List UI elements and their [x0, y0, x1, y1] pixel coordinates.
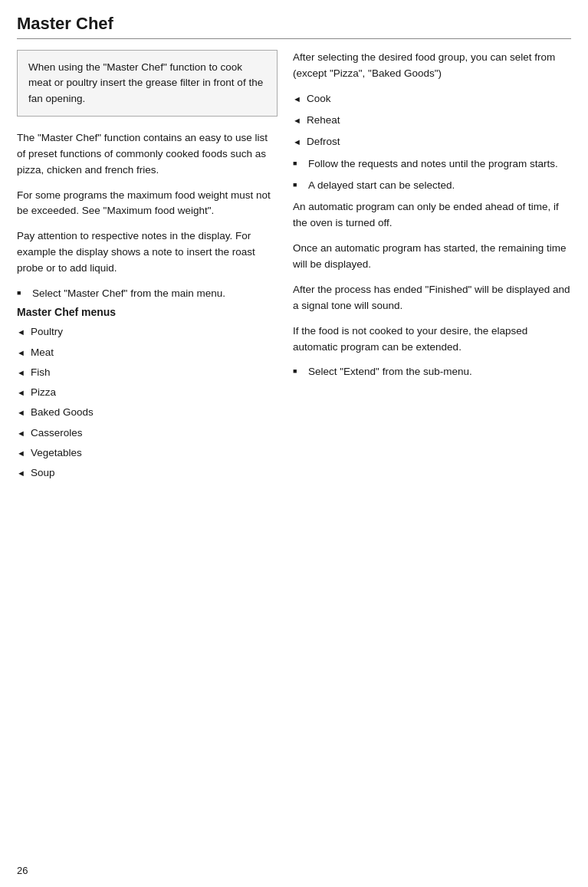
menu-item-text: Baked Goods: [31, 405, 278, 420]
menu-item-text: Vegetables: [31, 445, 278, 461]
section-heading: Master Chef menus: [17, 306, 278, 318]
right-para1: After selecting the desired food group, …: [293, 50, 571, 82]
right-column: After selecting the desired food group, …: [293, 50, 571, 485]
menu-item-text: Soup: [31, 465, 278, 481]
right-bullet3: ■ Select "Extend" from the sub-menu.: [293, 364, 571, 379]
right-para5: If the food is not cooked to your desire…: [293, 324, 571, 356]
info-box-text: When using the "Master Chef" function to…: [28, 61, 263, 104]
menu-list: ◄ Poultry ◄ Meat ◄ Fish ◄ Pizza ◄ Bake: [17, 324, 278, 481]
list-item: ◄ Poultry: [17, 324, 278, 340]
sub-item-text: Defrost: [307, 134, 340, 149]
triangle-icon: ◄: [17, 427, 28, 440]
triangle-icon: ◄: [17, 347, 28, 360]
list-item: ◄ Casseroles: [17, 425, 278, 441]
square-bullet-icon: ■: [293, 180, 305, 191]
right-bullet2-text: A delayed start can be selected.: [308, 178, 455, 193]
list-item: ◄ Soup: [17, 465, 278, 481]
menu-item-text: Poultry: [31, 324, 278, 340]
list-item: ◄ Defrost: [293, 134, 571, 149]
menu-item-text: Meat: [31, 345, 278, 360]
right-para3: Once an automatic program has started, t…: [293, 241, 571, 273]
page-title: Master Chef: [17, 14, 571, 39]
sub-item-text: Reheat: [307, 113, 340, 128]
list-item: ◄ Vegetables: [17, 445, 278, 461]
right-para4: After the process has ended "Finished" w…: [293, 282, 571, 314]
square-bullet-icon: ■: [293, 366, 305, 377]
triangle-icon: ◄: [17, 406, 28, 419]
right-bullet1-text: Follow the requests and notes until the …: [308, 156, 558, 172]
select-bullet-item: ■ Select "Master Chef" from the main men…: [17, 286, 278, 301]
left-para2: For some programs the maximum food weigh…: [17, 188, 278, 220]
right-para2: An automatic program can only be ended a…: [293, 199, 571, 232]
square-bullet-icon: ■: [293, 159, 305, 169]
menu-item-text: Pizza: [31, 385, 278, 400]
left-column: When using the "Master Chef" function to…: [17, 50, 278, 485]
page-number: 26: [17, 865, 28, 876]
menu-item-text: Fish: [31, 365, 278, 380]
triangle-icon: ◄: [17, 366, 28, 379]
left-para3: Pay attention to respective notes in the…: [17, 228, 278, 277]
triangle-icon: ◄: [17, 467, 28, 480]
triangle-icon: ◄: [17, 447, 28, 460]
triangle-icon: ◄: [293, 136, 305, 149]
triangle-icon: ◄: [17, 326, 28, 339]
square-bullet-icon: ■: [17, 288, 28, 299]
triangle-icon: ◄: [17, 386, 28, 399]
right-bullet2: ■ A delayed start can be selected.: [293, 178, 571, 193]
list-item: ◄ Meat: [17, 345, 278, 360]
sub-item-text: Cook: [307, 91, 331, 107]
left-para1: The "Master Chef" function contains an e…: [17, 130, 278, 179]
menu-item-text: Casseroles: [31, 425, 278, 441]
sub-items-list: ◄ Cook ◄ Reheat ◄ Defrost: [293, 91, 571, 150]
list-item: ◄ Fish: [17, 365, 278, 380]
triangle-icon: ◄: [293, 93, 305, 106]
list-item: ◄ Reheat: [293, 113, 571, 128]
list-item: ◄ Cook: [293, 91, 571, 107]
select-bullet-text: Select "Master Chef" from the main menu.: [32, 286, 278, 301]
right-bullet1: ■ Follow the requests and notes until th…: [293, 156, 571, 172]
right-bullet3-text: Select "Extend" from the sub-menu.: [308, 364, 472, 379]
info-box: When using the "Master Chef" function to…: [17, 50, 278, 117]
list-item: ◄ Baked Goods: [17, 405, 278, 420]
content-wrapper: When using the "Master Chef" function to…: [17, 50, 571, 485]
page-container: Master Chef When using the "Master Chef"…: [0, 0, 588, 887]
triangle-icon: ◄: [293, 114, 305, 127]
list-item: ◄ Pizza: [17, 385, 278, 400]
